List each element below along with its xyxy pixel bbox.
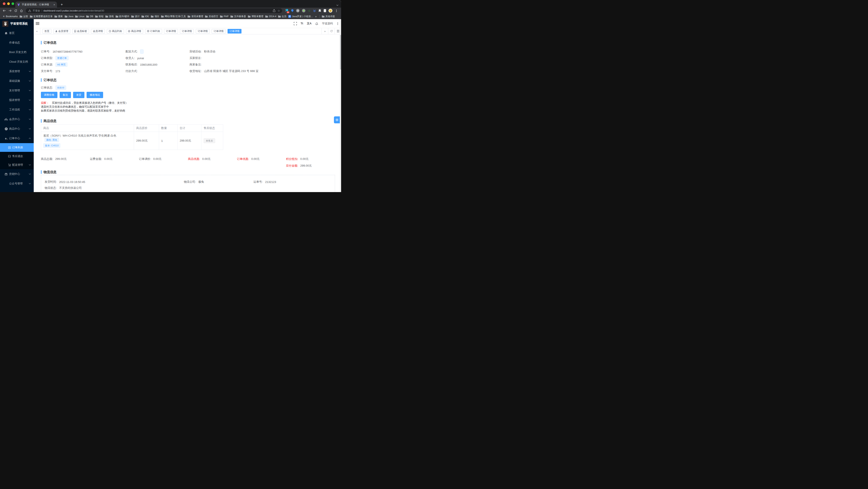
bookmark-folder[interactable]: 游戏	[105, 15, 114, 18]
modify-address-button[interactable]: 修改地址	[87, 92, 103, 98]
bookmark-folder[interactable]: 项目	[151, 15, 159, 18]
theme-settings-button[interactable]	[334, 116, 340, 123]
browser-tab[interactable]: 芋道管理系统 - 订单详情 ×	[15, 2, 57, 8]
sidebar-item-aftersale-refund[interactable]: 售后退款	[0, 152, 34, 160]
sidebar-item-order-center[interactable]: e 订单中心	[0, 133, 34, 143]
back-icon[interactable]	[2, 8, 7, 13]
bookmark-folder[interactable]: 文件服务器	[230, 15, 246, 18]
share-icon[interactable]	[273, 9, 275, 12]
bookmark-folder[interactable]: Linux	[75, 15, 84, 18]
refresh-tab-icon[interactable]	[328, 28, 335, 34]
tag-tab-product-list[interactable]: 商品列表	[107, 29, 124, 33]
bookmark-folder[interactable]: DB	[86, 15, 93, 18]
bookmark-folder[interactable]: 前端	[95, 15, 103, 18]
order-status-tag: 待支付	[56, 86, 66, 90]
extension-green-star-icon[interactable]: ☆	[308, 9, 311, 12]
bookmark-folder[interactable]: 2014-4	[265, 15, 276, 18]
sidebar-item-member-center[interactable]: 会员中心	[0, 115, 34, 124]
extension-chevrons-icon[interactable]	[313, 9, 316, 12]
bookmark-folder[interactable]: 博客未整理	[248, 15, 264, 18]
ship-button[interactable]: 发货	[73, 92, 84, 98]
font-size-icon[interactable]: Tt	[301, 22, 303, 25]
bookmark-folder[interactable]: Java	[65, 15, 73, 18]
extension-panel-icon[interactable]	[324, 9, 326, 12]
tag-tab-order-detail[interactable]: 订单详情	[196, 29, 210, 33]
bookmark-star-icon[interactable]: ☆	[278, 9, 280, 12]
tag-tab-product-detail[interactable]: 商品详情	[126, 29, 143, 33]
tag-tab-order-detail[interactable]: 订单详情	[212, 29, 226, 33]
forward-icon[interactable]	[7, 8, 12, 13]
section-title-order-status: 订单状态	[41, 78, 335, 82]
bookmark-folder[interactable]: 资讯未整理	[188, 15, 203, 18]
tag-tab-order-list[interactable]: 订单列表	[145, 29, 162, 33]
tag-tab-member-management[interactable]: 会员管理	[53, 29, 70, 33]
sidebar-item-cloud-docs[interactable]: Cloud 开发文档	[0, 57, 34, 67]
remark-button[interactable]: 备注	[60, 92, 71, 98]
notification-bell-icon[interactable]	[315, 22, 318, 25]
bookmark-folder[interactable]: 搜索	[54, 15, 63, 18]
bookmark-folder[interactable]: IDE	[142, 15, 149, 18]
close-window-button[interactable]	[3, 2, 5, 5]
adjust-price-button[interactable]: 调整价格	[41, 92, 57, 98]
tab-search-chevron-icon[interactable]	[336, 3, 339, 7]
tags-scroll-right-icon[interactable]: »	[321, 28, 328, 34]
home-icon[interactable]	[19, 8, 24, 13]
extension-green-dot-icon[interactable]	[302, 9, 305, 12]
tag-tab-member-label[interactable]: 会员标签	[72, 29, 89, 33]
app-logo-row[interactable]: 芋道管理系统	[0, 19, 34, 28]
browser-menu-icon[interactable]	[336, 10, 337, 11]
sidebar-item-report[interactable]: 报表管理	[0, 95, 34, 105]
tag-tab-order-detail[interactable]: 订单详情	[164, 29, 178, 33]
tag-tab-order-detail[interactable]: 订单详情	[180, 29, 194, 33]
tags-scroll-left-icon[interactable]: «	[34, 28, 40, 34]
sidebar-item-product-center[interactable]: P 商品中心	[0, 124, 34, 133]
extension-command-icon[interactable]: ⌘	[296, 9, 300, 12]
bookmark-folder[interactable]: 其他语言	[205, 15, 218, 18]
language-icon[interactable]: 文A	[307, 22, 312, 26]
sidebar-item-official-account[interactable]: 公众号管理	[0, 179, 34, 188]
tag-tab-home[interactable]: 首页	[42, 29, 51, 33]
profile-avatar[interactable]	[329, 9, 332, 12]
reload-icon[interactable]	[13, 8, 18, 13]
bookmark-folder[interactable]: 生活	[278, 15, 286, 18]
address-bar[interactable]: 不安全 dashboard-vue3.yudao.iocoder.cn/trad…	[26, 8, 282, 13]
sidebar-item-workflow[interactable]: 工作流程	[0, 105, 34, 115]
new-tab-button[interactable]: +	[59, 2, 64, 7]
sidebar-item-delivery-management[interactable]: 配送管理	[0, 160, 34, 169]
extensions-puzzle-icon[interactable]	[318, 9, 321, 12]
collapse-sidebar-icon[interactable]	[36, 22, 39, 25]
extension-balloon-icon[interactable]	[291, 9, 294, 12]
bookmark-folder[interactable]: 近期需要读的文章	[30, 15, 53, 18]
sidebar-item-home[interactable]: 首页	[0, 28, 34, 38]
bookmarks-overflow-chevron[interactable]: »	[315, 15, 317, 18]
sidebar-item-order-list[interactable]: 订单列表	[0, 143, 34, 152]
sidebar-item-system[interactable]: 系统管理	[0, 67, 34, 76]
bookmark-folder[interactable]: 运营	[20, 15, 28, 18]
fullscreen-icon[interactable]	[294, 22, 297, 25]
other-bookmarks[interactable]: 其他书签	[322, 15, 335, 18]
bookmark-folder[interactable]: 设计	[131, 15, 140, 18]
sidebar-item-author-news[interactable]: 作者动态	[0, 38, 34, 48]
security-warning-icon[interactable]	[28, 9, 31, 12]
scrollbar-thumb[interactable]	[340, 35, 341, 70]
user-menu-more-icon[interactable]	[337, 23, 338, 24]
zoom-window-button[interactable]	[11, 2, 14, 5]
bookmark-folder[interactable]: 软件/硬件	[116, 15, 129, 18]
page-scrollbar[interactable]	[340, 19, 341, 192]
bookmark-folder[interactable]: 网站/博客/文章/工具	[161, 15, 186, 18]
tab-close-icon[interactable]: ×	[53, 3, 55, 6]
bicycle-icon	[4, 118, 8, 121]
tag-tab-order-detail-active[interactable]: 订单详情	[227, 29, 242, 33]
tag-tab-member-detail[interactable]: 会员详情	[91, 29, 105, 33]
sidebar-item-payment[interactable]: 支付管理	[0, 86, 34, 95]
sidebar-item-infra[interactable]: 基础设施	[0, 76, 34, 86]
sidebar-item-boot-docs[interactable]: Boot 开发文档	[0, 48, 34, 57]
bookmark-folder[interactable]: PHP	[220, 15, 229, 18]
bookmarks-manager[interactable]: ★Bookmarks	[3, 15, 18, 18]
extension-diamond-icon[interactable]: 12	[285, 9, 289, 12]
sidebar-item-marketing-center[interactable]: 营销中心	[0, 169, 34, 179]
minimize-window-button[interactable]	[7, 2, 10, 5]
bookmark-link[interactable]: BJava开发 | 小组首...	[288, 15, 313, 18]
user-menu[interactable]: 芋道源码	[322, 22, 333, 26]
product-table-header: 商品 商品原价 数量 合计 售后状态	[41, 125, 223, 132]
